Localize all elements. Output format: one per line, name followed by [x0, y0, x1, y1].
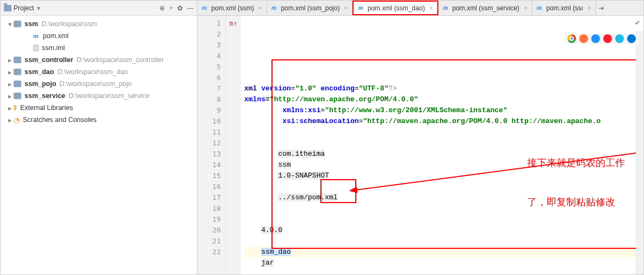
- close-icon[interactable]: ×: [258, 4, 262, 12]
- collapse-icon[interactable]: ÷: [169, 4, 173, 12]
- dropdown-icon[interactable]: ▾: [37, 4, 40, 12]
- project-icon: [4, 5, 11, 11]
- maven-file-icon: m: [443, 4, 448, 12]
- ie-icon[interactable]: [615, 34, 624, 43]
- tab-pom-xml-ssm_pojo-[interactable]: mpom.xml (ssm_pojo)×: [267, 1, 352, 15]
- maven-file-icon: m: [537, 4, 542, 12]
- inspection-ok-icon: ✔: [635, 19, 640, 27]
- tab-pom-xml-ssm_service-[interactable]: mpom.xml (ssm_service)×: [438, 1, 532, 15]
- maven-file-icon: m: [271, 4, 276, 12]
- firefox-icon[interactable]: [579, 34, 588, 43]
- target-icon[interactable]: ⊕: [159, 4, 165, 12]
- tab-pom-xml-ss-[interactable]: mpom.xml (ssı×: [532, 1, 596, 15]
- editor-area: 12345678910111213141516171819202122 m↑ 接…: [197, 16, 643, 274]
- opera-icon[interactable]: [603, 34, 612, 43]
- tree-root[interactable]: ▾ssmD:\workspace\ssm: [1, 18, 197, 30]
- tree-module-ssm_pojo[interactable]: ▸ssm_pojoD:\workspace\ssm_pojo: [1, 78, 197, 90]
- line-gutter: 12345678910111213141516171819202122: [197, 16, 226, 274]
- editor-marker-strip: [636, 31, 643, 274]
- annotation-text: 接下来就是码农的工作 了，即复制粘贴修改: [527, 130, 641, 235]
- hide-icon[interactable]: —: [187, 4, 194, 12]
- tree-external-libraries[interactable]: ▸⫴External Libraries: [1, 102, 197, 114]
- edge-icon[interactable]: [627, 34, 636, 43]
- tree-module-ssm_dao[interactable]: ▸ssm_daoD:\workspace\ssm_dao: [1, 66, 197, 78]
- tree-module-ssm_controller[interactable]: ▸ssm_controllerD:\workspace\ssm_controll…: [1, 54, 197, 66]
- tree-file-ssm-iml[interactable]: ssm.iml: [1, 42, 197, 54]
- safari-icon[interactable]: [591, 34, 600, 43]
- close-icon[interactable]: ×: [587, 4, 591, 12]
- code-line-4[interactable]: xsi:schemaLocation="http://maven.apache.…: [244, 116, 643, 127]
- sidebar-header: Project ▾ ⊕ ÷ ✿ —: [1, 1, 197, 16]
- gear-icon[interactable]: ✿: [177, 4, 183, 12]
- code-line-15[interactable]: [244, 236, 643, 247]
- close-icon[interactable]: ×: [344, 4, 348, 12]
- editor-panel: mpom.xml (ssm)×mpom.xml (ssm_pojo)×mpom.…: [197, 1, 643, 274]
- tabs-overflow-icon[interactable]: ⇥: [596, 1, 606, 15]
- code-line-16[interactable]: ssm_dao: [244, 247, 643, 258]
- code-line-18[interactable]: [244, 268, 643, 274]
- code-line-1[interactable]: xml version="1.0" encoding="UTF-8"?>: [244, 83, 643, 94]
- editor-tabs: mpom.xml (ssm)×mpom.xml (ssm_pojo)×mpom.…: [197, 1, 643, 16]
- browser-icons: [564, 33, 639, 44]
- project-tree: ▾ssmD:\workspace\ssmmpom.xmlssm.iml▸ssm_…: [1, 16, 197, 274]
- code-line-3[interactable]: xmlns:xsi="http://www.w3.org/2001/XMLSch…: [244, 105, 643, 116]
- sidebar-title: Project: [14, 4, 34, 12]
- project-sidebar: Project ▾ ⊕ ÷ ✿ — ▾ssmD:\workspace\ssmmp…: [1, 1, 197, 274]
- gutter-marks: m↑: [226, 16, 241, 274]
- code-line-17[interactable]: jar: [244, 258, 643, 268]
- tab-pom-xml-ssm_dao-[interactable]: mpom.xml (ssm_dao)×: [352, 1, 438, 15]
- code-line-2[interactable]: xmlns="http://maven.apache.org/POM/4.0.0…: [244, 94, 643, 105]
- close-icon[interactable]: ×: [524, 4, 528, 12]
- tree-file-pom-xml[interactable]: mpom.xml: [1, 30, 197, 42]
- chrome-icon[interactable]: [567, 34, 576, 43]
- maven-file-icon: m: [202, 4, 207, 12]
- code-view[interactable]: 接下来就是码农的工作 了，即复制粘贴修改 xml version="1.0" e…: [241, 16, 643, 274]
- tree-module-ssm_service[interactable]: ▸ssm_serviceD:\workspace\ssm_service: [1, 90, 197, 102]
- tab-pom-xml-ssm-[interactable]: mpom.xml (ssm)×: [197, 1, 267, 15]
- close-icon[interactable]: ×: [429, 4, 433, 12]
- maven-file-icon: m: [358, 4, 363, 12]
- tree-scratches-and-consoles[interactable]: ▸◔Scratches and Consoles: [1, 114, 197, 126]
